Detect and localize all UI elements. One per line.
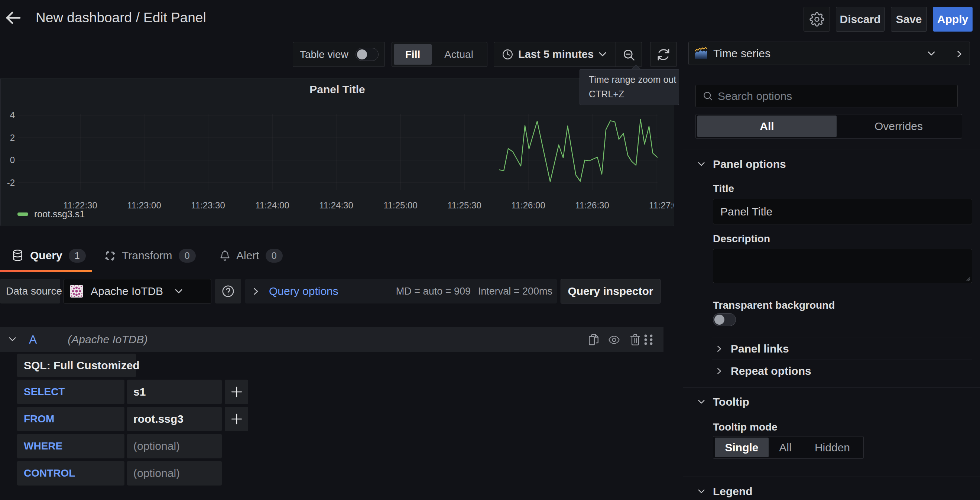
svg-text:root.ssg3.s1: root.ssg3.s1 — [34, 209, 85, 219]
svg-text:11:26:30: 11:26:30 — [575, 200, 609, 210]
svg-text:11:25:00: 11:25:00 — [383, 200, 418, 210]
svg-text:11:23:30: 11:23:30 — [191, 200, 225, 210]
svg-text:11:24:00: 11:24:00 — [255, 200, 290, 210]
svg-text:-2: -2 — [7, 178, 15, 188]
svg-text:11:24:30: 11:24:30 — [319, 200, 353, 210]
svg-text:2: 2 — [10, 133, 15, 143]
svg-text:11:26:00: 11:26:00 — [511, 200, 545, 210]
svg-text:11:23:00: 11:23:00 — [127, 200, 161, 210]
svg-text:4: 4 — [10, 110, 15, 120]
svg-text:0: 0 — [10, 155, 15, 165]
svg-text:11:27:0: 11:27:0 — [649, 200, 674, 210]
svg-text:11:25:30: 11:25:30 — [447, 200, 482, 210]
